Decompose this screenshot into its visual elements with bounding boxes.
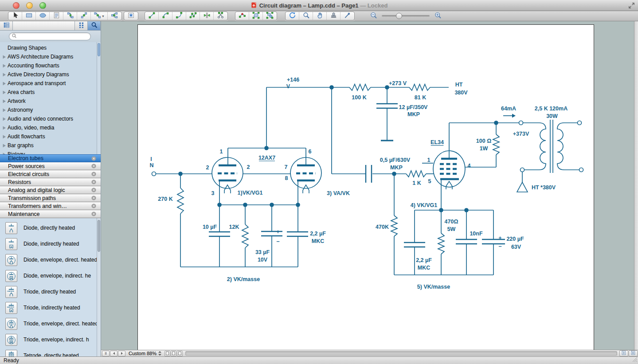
shape-item[interactable]: Triode, directly heated [0,284,101,300]
disclosure-icon[interactable] [2,90,8,94]
zoom-in-icon[interactable] [434,12,442,21]
sidebar-tab-grid-view[interactable] [75,21,88,30]
diode-env-indirect-icon[interactable] [5,270,17,282]
diode-indirect-icon[interactable] [5,238,17,250]
sidebar-tab-search[interactable] [88,21,101,30]
library-item[interactable]: Artwork [0,97,101,106]
triode-env-direct-icon[interactable] [5,318,17,330]
single-page-view-button[interactable] [164,351,170,356]
actual-size-button[interactable] [629,350,638,356]
rotate-button[interactable] [286,12,299,20]
library-item[interactable]: Aerospace and transport [0,79,101,88]
open-library-row[interactable]: Transmission paths [0,194,101,202]
sidebar-tab-tree-view[interactable] [0,21,13,30]
open-library-row[interactable]: Maintenance [0,210,101,218]
text-button[interactable] [50,12,63,20]
disclosure-icon[interactable] [2,117,8,121]
fit-page-button[interactable] [619,350,628,356]
zoom-stepper[interactable] [158,351,162,356]
disclosure-icon[interactable] [2,99,8,103]
cut-button[interactable] [214,12,227,20]
fullscreen-icon[interactable] [628,2,636,10]
direct-connector-button[interactable] [77,12,91,20]
vertical-scrollbar[interactable] [634,21,638,350]
close-icon[interactable] [91,203,97,209]
document-page[interactable] [137,24,594,350]
group-button[interactable] [263,12,277,20]
library-item[interactable]: Astronomy [0,106,101,114]
eyedropper-button[interactable] [341,12,354,20]
library-item[interactable]: Active Directory Diagrams [0,70,101,79]
open-library-row[interactable]: Transformers and win… [0,202,101,210]
disclosure-icon[interactable] [2,73,8,77]
triode-indirect-icon[interactable] [5,302,17,314]
library-item[interactable]: Audio and video connectors [0,114,101,123]
disclosure-icon[interactable] [2,144,8,148]
stamp-button[interactable] [327,12,341,20]
diode-direct-icon[interactable] [5,222,17,234]
resize-grip-icon[interactable] [632,356,638,364]
disclosure-icon[interactable] [2,108,8,112]
prev-page-button[interactable] [110,351,117,356]
zoom-slider-track[interactable] [382,15,430,17]
horizontal-scrollbar[interactable] [185,351,617,356]
smart-connector-button[interactable]: ▼ [91,12,108,20]
close-icon[interactable] [91,163,97,169]
close-icon[interactable] [91,195,97,201]
line-button[interactable] [145,12,159,20]
disclosure-icon[interactable] [2,64,8,68]
library-item[interactable]: Bar graphs [0,141,101,150]
continuous-view-button[interactable] [171,351,176,356]
tree-connector-button[interactable] [108,12,121,20]
library-item[interactable]: Audio, video, media [0,123,101,132]
bezier-button[interactable] [172,12,186,20]
shape-item[interactable]: Triode, indirectly heated [0,300,101,316]
library-item[interactable]: Drawing Shapes [0,43,101,52]
open-library-row[interactable]: Analog and digital logic [0,186,101,194]
pointer-button[interactable] [8,12,22,20]
shape-item[interactable]: Diode, directly heated [0,220,101,236]
zoom-level-select[interactable]: Custom 88% [129,351,157,356]
shape-item[interactable]: Diode, envelope, indirect. he [0,268,101,284]
shapes-scrollbar[interactable] [97,218,101,356]
edit-points-button[interactable] [235,12,249,20]
disclosure-icon[interactable] [2,135,8,139]
close-icon[interactable] [91,211,97,217]
open-library-row[interactable]: Power sources [0,162,101,170]
close-icon[interactable] [91,179,97,185]
shape-item[interactable]: Triode, envelope, direct. heated [0,316,101,332]
zoom-out-icon[interactable] [370,12,377,21]
rectangle-button[interactable] [22,12,36,20]
search-field[interactable] [9,32,91,40]
library-item[interactable]: Audit flowcharts [0,132,101,141]
edit-shape-button[interactable] [249,12,263,20]
triode-env-indirect-icon[interactable] [5,334,17,346]
close-icon[interactable] [91,187,97,193]
pause-button[interactable]: II [102,351,110,356]
polyline-button[interactable] [186,12,200,20]
elbow-connector-button[interactable] [63,12,77,20]
zoom-tool-button[interactable] [299,12,313,20]
close-icon[interactable] [91,171,97,177]
disclosure-icon[interactable] [2,153,8,155]
disclosure-icon[interactable] [2,126,8,130]
library-item[interactable]: Biology [0,150,101,154]
arc-button[interactable] [159,12,172,20]
split-button[interactable] [200,12,214,20]
zoom-slider-thumb[interactable] [396,13,402,19]
shape-item[interactable]: Diode, envelope, direct. heated [0,252,101,268]
library-item[interactable]: Accounting flowcharts [0,61,101,70]
insert-object-button[interactable] [124,12,138,20]
library-scrollbar[interactable] [97,42,101,154]
search-input[interactable] [17,34,90,39]
pan-button[interactable] [313,12,327,20]
open-library-row[interactable]: Electron tubes [0,154,101,162]
open-library-row[interactable]: Electrical circuits [0,170,101,178]
close-icon[interactable] [91,156,97,161]
disclosure-icon[interactable] [2,55,8,59]
ellipse-button[interactable] [36,12,50,20]
shape-item[interactable]: Diode, indirectly heated [0,236,101,252]
next-page-button[interactable] [118,351,125,356]
open-library-row[interactable]: Resistors [0,178,101,186]
two-page-view-button[interactable] [177,351,183,356]
